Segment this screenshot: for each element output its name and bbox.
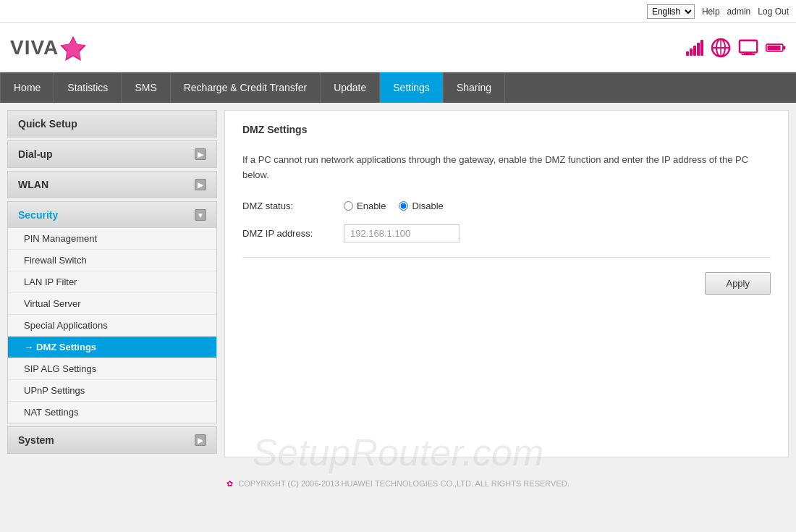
system-arrow-icon: ▶ (195, 434, 206, 446)
sidebar-label-wlan: WLAN (18, 179, 48, 190)
nav-sharing[interactable]: Sharing (444, 72, 505, 103)
copyright-text: COPYRIGHT (C) 2006-2013 HUAWEI TECHNOLOG… (238, 479, 569, 488)
disable-radio[interactable] (399, 201, 408, 211)
sidebar-label-security: Security (18, 209, 58, 221)
content-description: If a PC cannot run network applications … (242, 153, 771, 183)
sidebar-header-dialup[interactable]: Dial-up ▶ (7, 140, 217, 168)
enable-option[interactable]: Enable (344, 200, 386, 211)
sidebar-label-system: System (18, 434, 54, 446)
huawei-logo-icon: ✿ (226, 479, 233, 488)
sidebar-section-security: Security ▼ PIN Management Firewall Switc… (7, 201, 217, 423)
signal-icon (686, 40, 703, 56)
sidebar-header-quick-setup[interactable]: Quick Setup (7, 110, 217, 138)
apply-button[interactable]: Apply (705, 272, 771, 295)
sidebar-section-wlan: WLAN ▶ (7, 171, 217, 198)
footer: ✿ COPYRIGHT (C) 2006-2013 HUAWEI TECHNOL… (0, 465, 796, 503)
content-title: DMZ Settings (242, 124, 771, 141)
sidebar-label-quick-setup: Quick Setup (18, 118, 77, 130)
svg-rect-6 (740, 40, 757, 52)
dmz-ip-controls (344, 224, 460, 242)
sidebar-section-dialup: Dial-up ▶ (7, 140, 217, 168)
sidebar-item-sip-alg-settings[interactable]: SIP ALG Settings (8, 358, 216, 380)
sidebar-header-system[interactable]: System ▶ (7, 426, 217, 454)
nav-update[interactable]: Update (321, 72, 380, 103)
sidebar-item-dmz-settings[interactable]: DMZ Settings (8, 337, 216, 358)
dmz-status-controls: Enable Disable (344, 200, 444, 211)
content-area: DMZ Settings If a PC cannot run network … (224, 110, 789, 457)
security-arrow-icon: ▼ (195, 209, 206, 221)
sidebar-header-wlan[interactable]: WLAN ▶ (7, 171, 217, 198)
sidebar-item-upnp-settings[interactable]: UPnP Settings (8, 380, 216, 402)
dmz-ip-label: DMZ IP address: (242, 228, 344, 239)
nav-recharge[interactable]: Recharge & Credit Transfer (171, 72, 321, 103)
monitor-icon (738, 39, 758, 56)
admin-label: admin (727, 7, 751, 17)
sidebar-items-security: PIN Management Firewall Switch LAN IP Fi… (7, 228, 217, 423)
enable-label: Enable (357, 200, 386, 211)
sidebar-header-security[interactable]: Security ▼ (7, 201, 217, 228)
sidebar-section-system: System ▶ (7, 426, 217, 454)
sidebar-label-dialup: Dial-up (18, 148, 52, 160)
svg-rect-10 (783, 46, 785, 49)
logo: VIVA (10, 35, 86, 61)
top-bar: English Arabic Help admin Log Out (0, 0, 796, 23)
divider (242, 257, 771, 258)
sidebar-item-nat-settings[interactable]: NAT Settings (8, 402, 216, 423)
button-row: Apply (242, 272, 771, 295)
disable-option[interactable]: Disable (399, 200, 443, 211)
nav-sms[interactable]: SMS (122, 72, 170, 103)
battery-icon (766, 39, 786, 56)
nav-statistics[interactable]: Statistics (54, 72, 122, 103)
disable-label: Disable (412, 200, 443, 211)
main-layout: Quick Setup Dial-up ▶ WLAN ▶ Security ▼ (0, 103, 796, 465)
sidebar-item-lan-ip-filter[interactable]: LAN IP Filter (8, 271, 216, 293)
sidebar-item-pin-management[interactable]: PIN Management (8, 228, 216, 250)
help-link[interactable]: Help (702, 7, 720, 17)
dmz-status-row: DMZ status: Enable Disable (242, 200, 771, 211)
sidebar-item-special-applications[interactable]: Special Applications (8, 315, 216, 337)
status-icons (686, 39, 786, 56)
dmz-ip-row: DMZ IP address: (242, 224, 771, 242)
sidebar-item-firewall-switch[interactable]: Firewall Switch (8, 250, 216, 271)
top-bar-right: English Arabic Help admin Log Out (647, 4, 789, 19)
language-select[interactable]: English Arabic (647, 4, 695, 19)
sidebar: Quick Setup Dial-up ▶ WLAN ▶ Security ▼ (7, 110, 217, 457)
nav-settings[interactable]: Settings (380, 72, 444, 103)
main-nav: Home Statistics SMS Recharge & Credit Tr… (0, 72, 796, 103)
enable-radio[interactable] (344, 201, 353, 211)
wlan-arrow-icon: ▶ (195, 179, 206, 190)
logout-link[interactable]: Log Out (758, 7, 789, 17)
dmz-ip-input[interactable] (344, 224, 460, 242)
logo-icon (60, 35, 86, 61)
globe-icon (711, 39, 731, 56)
logo-bar: VIVA (0, 23, 796, 72)
dialup-arrow-icon: ▶ (195, 148, 206, 160)
sidebar-section-quick-setup: Quick Setup (7, 110, 217, 138)
dmz-status-label: DMZ status: (242, 200, 344, 211)
nav-home[interactable]: Home (0, 72, 54, 103)
svg-rect-11 (767, 45, 780, 50)
sidebar-item-virtual-server[interactable]: Virtual Server (8, 293, 216, 315)
brand-name: VIVA (10, 36, 59, 59)
